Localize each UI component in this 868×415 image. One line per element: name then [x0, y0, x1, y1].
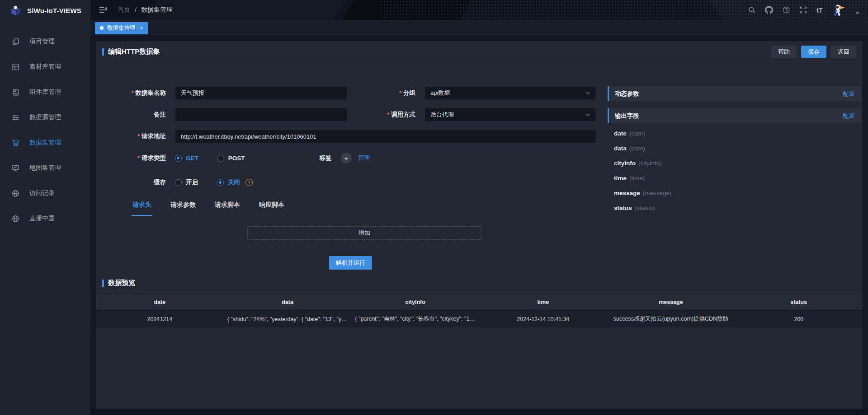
- sidebar-item-component-library[interactable]: 组件库管理: [0, 79, 90, 105]
- editor-actions: 帮助 保存 返回: [771, 46, 856, 58]
- tab-label: 数据集管理: [107, 24, 136, 32]
- field-name: message: [614, 190, 640, 196]
- column-header: date: [96, 294, 224, 310]
- request-type-post-radio[interactable]: POST: [217, 155, 245, 162]
- font-size-icon[interactable]: tT: [816, 6, 823, 14]
- sidebar-item-map-library[interactable]: 地图集管理: [0, 155, 90, 181]
- collapse-sidebar-icon[interactable]: [99, 5, 108, 14]
- github-icon[interactable]: [765, 6, 773, 14]
- tab-active-dot: [100, 26, 104, 30]
- add-header-button[interactable]: 增加: [247, 226, 481, 240]
- sidebar-item-access-log[interactable]: 访问记录: [0, 181, 90, 206]
- breadcrumb-home[interactable]: 首页: [118, 6, 130, 14]
- component-library-icon: [12, 89, 19, 96]
- data-preview-header: 数据预览: [96, 279, 863, 287]
- help-icon[interactable]: [782, 6, 790, 14]
- tab-dataset-management[interactable]: 数据集管理 ×: [95, 22, 148, 34]
- title-accent-bar: [102, 48, 104, 56]
- request-type-label: 请求类型: [105, 154, 166, 162]
- field-name: date: [614, 130, 627, 137]
- globe-icon: [12, 190, 19, 197]
- tab-request-params[interactable]: 请求参数: [170, 201, 197, 216]
- output-fields-header: 输出字段 配置: [608, 108, 861, 123]
- table-row: 20241214 { "shidu": "74%", "yesterday": …: [96, 310, 863, 327]
- bottom-bar: [90, 409, 868, 415]
- radio-label: 关闭: [228, 178, 240, 187]
- fullscreen-icon[interactable]: [799, 6, 807, 14]
- globe-icon: [12, 215, 19, 223]
- caret-down-icon[interactable]: [855, 12, 860, 14]
- radio-label: GET: [186, 155, 198, 162]
- radio-dot: [217, 155, 224, 162]
- chevron-down-icon: [585, 112, 590, 117]
- app-root: SiWu-IoT-VIEWS 项目管理 素材库管理 组件库管理 数据源管理 数据…: [0, 0, 868, 415]
- dynamic-params-title: 动态参数: [615, 90, 843, 98]
- list-item: cityInfo(cityInfo): [614, 156, 861, 171]
- parse-and-run-button[interactable]: 解析并运行: [329, 256, 372, 270]
- sidebar-item-material-library[interactable]: 素材库管理: [0, 54, 90, 79]
- remark-input[interactable]: [175, 108, 348, 121]
- cache-on-radio[interactable]: 开启: [175, 178, 198, 187]
- form-row: 数据集名称 分组 api数据: [105, 86, 596, 100]
- dynamic-params-config-link[interactable]: 配置: [843, 90, 855, 98]
- radio-label: POST: [228, 155, 245, 162]
- dataset-name-input[interactable]: [175, 86, 348, 100]
- material-library-icon: [12, 63, 19, 71]
- editor-panel: 编辑HTTP数据集 帮助 保存 返回 数据集名称 分组: [96, 41, 863, 409]
- user-avatar[interactable]: [832, 3, 846, 17]
- call-method-select[interactable]: 后台代理: [425, 108, 596, 121]
- list-item: message(message): [614, 186, 861, 201]
- cache-info-icon[interactable]: !: [245, 179, 253, 186]
- sidebar-nav: 项目管理 素材库管理 组件库管理 数据源管理 数据集管理 地图集管理: [0, 21, 90, 231]
- form-row: 缓存 开启 关闭 !: [105, 176, 596, 189]
- remark-label: 备注: [105, 111, 166, 119]
- list-item: date(date): [614, 126, 861, 141]
- editor-body: 数据集名称 分组 api数据 备注: [96, 63, 863, 270]
- add-tag-button[interactable]: +: [341, 153, 352, 163]
- tab-request-headers[interactable]: 请求头: [132, 201, 152, 216]
- field-type: (date): [629, 130, 645, 137]
- http-dataset-form: 数据集名称 分组 api数据 备注: [105, 86, 596, 270]
- group-select[interactable]: api数据: [425, 86, 596, 100]
- dynamic-params-header: 动态参数 配置: [608, 86, 861, 101]
- sidebar-item-live-china[interactable]: 直播中国: [0, 206, 90, 231]
- tab-response-script[interactable]: 响应脚本: [258, 201, 285, 216]
- search-icon[interactable]: [748, 6, 756, 14]
- breadcrumb: 首页 / 数据集管理: [99, 5, 173, 14]
- cell-message: success感谢又拍云(upyun.com)提供CDN赞助: [607, 310, 735, 327]
- cache-label: 缓存: [105, 178, 166, 187]
- output-config-panel: 动态参数 配置 输出字段 配置 date(date) data(data) ci…: [608, 86, 861, 270]
- save-button[interactable]: 保存: [801, 46, 826, 58]
- column-header: data: [224, 294, 352, 310]
- chevron-down-icon: [585, 90, 590, 96]
- output-fields-config-link[interactable]: 配置: [843, 112, 855, 120]
- help-button[interactable]: 帮助: [771, 46, 797, 58]
- back-button[interactable]: 返回: [831, 46, 856, 58]
- manage-tags-link[interactable]: 管理: [358, 154, 370, 162]
- request-url-input[interactable]: [175, 130, 596, 143]
- sidebar-item-dataset[interactable]: 数据集管理: [0, 130, 90, 155]
- topbar: 首页 / 数据集管理 tT: [90, 0, 868, 20]
- sidebar-item-datasource[interactable]: 数据源管理: [0, 105, 90, 130]
- field-type: (data): [629, 145, 645, 152]
- tab-request-script[interactable]: 请求脚本: [214, 201, 241, 216]
- cell-cityinfo: { "parent": "吉林", "city": "长春市", "cityke…: [351, 310, 479, 327]
- form-row: 备注 调用方式 后台代理: [105, 108, 596, 121]
- header-sheen: [328, 0, 476, 20]
- sidebar-item-project[interactable]: 项目管理: [0, 29, 90, 54]
- page-title: 编辑HTTP数据集: [108, 47, 160, 56]
- call-method-label: 调用方式: [348, 111, 415, 119]
- request-type-get-radio[interactable]: GET: [175, 155, 198, 162]
- sidebar-item-label: 项目管理: [29, 37, 55, 46]
- field-name: status: [614, 205, 632, 211]
- radio-dot: [175, 179, 182, 186]
- editor-header: 编辑HTTP数据集 帮助 保存 返回: [96, 41, 863, 63]
- field-name: time: [614, 175, 627, 182]
- project-icon: [12, 38, 19, 46]
- field-name: data: [614, 145, 627, 152]
- tab-close-icon[interactable]: ×: [140, 25, 143, 31]
- app-logo[interactable]: SiWu-IoT-VIEWS: [0, 0, 90, 21]
- table-header-row: date data cityInfo time message status: [96, 294, 863, 310]
- cache-off-radio[interactable]: 关闭: [217, 178, 240, 187]
- request-config-tabs: 请求头 请求参数 请求脚本 响应脚本: [105, 201, 596, 216]
